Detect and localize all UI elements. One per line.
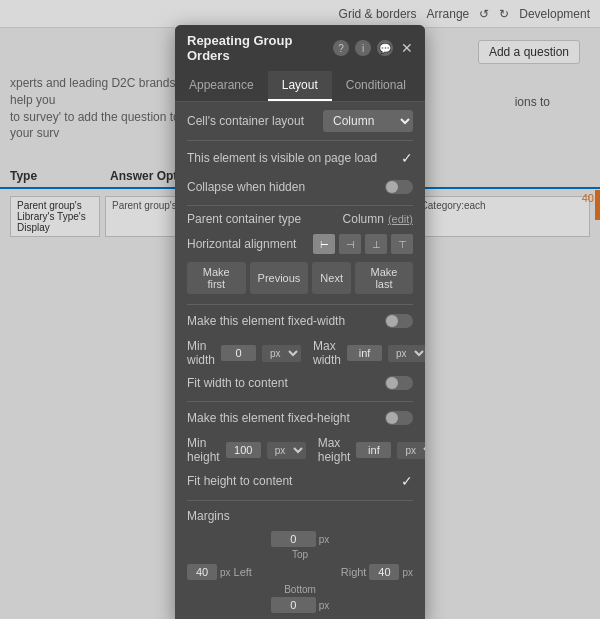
toggle-dot-fiw — [386, 377, 398, 389]
margin-bottom-group: Bottom px — [187, 584, 413, 613]
min-width-unit-select[interactable]: px — [262, 345, 301, 362]
margin-right-label: Right — [341, 566, 367, 578]
margins-label: Margins — [187, 509, 413, 523]
info-icon[interactable]: i — [355, 40, 371, 56]
fit-height-check[interactable]: ✓ — [401, 473, 413, 489]
help-icon[interactable]: ? — [333, 40, 349, 56]
close-button[interactable]: ✕ — [401, 40, 413, 56]
divider-4 — [187, 401, 413, 402]
margin-top-sublabel: Top — [292, 549, 308, 560]
margin-left-label: Left — [234, 566, 252, 578]
min-height-input[interactable] — [226, 442, 261, 458]
max-height-input[interactable] — [356, 442, 391, 458]
min-height-label: Min height — [187, 436, 220, 464]
align-right-button[interactable]: ⊥ — [365, 234, 387, 254]
min-max-width-row: Min width px Max width px — [187, 339, 413, 367]
margin-bottom-sublabel: Bottom — [284, 584, 316, 595]
fixed-width-toggle[interactable] — [385, 314, 413, 328]
min-width-label: Min width — [187, 339, 215, 367]
min-max-height-row: Min height px Max height px — [187, 436, 413, 464]
divider-1 — [187, 140, 413, 141]
divider-2 — [187, 205, 413, 206]
cell-container-row: Cell's container layout Column — [187, 110, 413, 132]
previous-button[interactable]: Previous — [250, 262, 309, 294]
fixed-height-toggle[interactable] — [385, 411, 413, 425]
fit-width-row: Fit width to content — [187, 373, 413, 393]
divider-5 — [187, 500, 413, 501]
max-width-unit-select[interactable]: px — [388, 345, 425, 362]
min-width-input[interactable] — [221, 345, 256, 361]
toggle-dot — [386, 181, 398, 193]
modal-header-icons: ? i 💬 ✕ — [333, 40, 413, 56]
max-width-input[interactable] — [347, 345, 382, 361]
fit-width-toggle[interactable] — [385, 376, 413, 390]
visible-on-load-label: This element is visible on page load — [187, 151, 377, 165]
divider-3 — [187, 304, 413, 305]
max-height-label: Max height — [318, 436, 351, 464]
margin-top-unit: px — [319, 534, 330, 545]
parent-container-value: Column — [343, 212, 384, 226]
tab-layout[interactable]: Layout — [268, 71, 332, 101]
visible-on-load-row: This element is visible on page load ✓ — [187, 147, 413, 169]
alignment-row: Horizontal alignment ⊢ ⊣ ⊥ ⊤ — [187, 234, 413, 254]
fit-height-label: Fit height to content — [187, 474, 292, 488]
visible-on-load-check[interactable]: ✓ — [401, 150, 413, 166]
modal-header: Repeating Group Orders ? i 💬 ✕ — [175, 25, 425, 71]
tab-appearance[interactable]: Appearance — [175, 71, 268, 101]
fixed-width-label: Make this element fixed-width — [187, 314, 345, 328]
margin-top-group: px Top — [187, 531, 413, 560]
collapse-row: Collapse when hidden — [187, 177, 413, 197]
margin-sides-row: px Left Right px — [187, 564, 413, 580]
modal-body: Cell's container layout Column This elem… — [175, 102, 425, 619]
align-left-button[interactable]: ⊢ — [313, 234, 335, 254]
collapse-label: Collapse when hidden — [187, 180, 305, 194]
toggle-dot-fw — [386, 315, 398, 327]
max-width-label: Max width — [313, 339, 341, 367]
fit-height-row: Fit height to content ✓ — [187, 470, 413, 492]
margin-bottom-unit: px — [319, 600, 330, 611]
margin-left-input[interactable] — [187, 564, 217, 580]
fixed-height-label: Make this element fixed-height — [187, 411, 350, 425]
cell-container-label: Cell's container layout — [187, 114, 317, 128]
cell-container-select[interactable]: Column — [323, 110, 413, 132]
toggle-dot-fh — [386, 412, 398, 424]
modal-title: Repeating Group Orders — [187, 33, 333, 63]
parent-container-row: Parent container type Column (edit) — [187, 212, 413, 226]
nav-buttons-row: Make first Previous Next Make last — [187, 262, 413, 294]
align-stretch-button[interactable]: ⊤ — [391, 234, 413, 254]
modal-tabs: Appearance Layout Conditional — [175, 71, 425, 102]
margin-top-input[interactable] — [271, 531, 316, 547]
tab-conditional[interactable]: Conditional — [332, 71, 420, 101]
margin-right-input[interactable] — [369, 564, 399, 580]
parent-container-label: Parent container type — [187, 212, 343, 226]
alignment-label: Horizontal alignment — [187, 237, 309, 251]
margin-right-group: Right px — [341, 564, 413, 580]
make-first-button[interactable]: Make first — [187, 262, 246, 294]
min-height-unit-select[interactable]: px — [267, 442, 306, 459]
fixed-width-row: Make this element fixed-width — [187, 311, 413, 331]
margin-left-group: px Left — [187, 564, 252, 580]
margins-section: Margins px Top px Left — [187, 509, 413, 613]
make-last-button[interactable]: Make last — [355, 262, 413, 294]
max-height-unit-select[interactable]: px — [397, 442, 425, 459]
modal-overlay: Repeating Group Orders ? i 💬 ✕ Appearanc… — [0, 0, 600, 619]
collapse-toggle[interactable] — [385, 180, 413, 194]
margin-bottom-input[interactable] — [271, 597, 316, 613]
margin-left-unit: px — [220, 567, 231, 578]
margin-right-unit: px — [402, 567, 413, 578]
fixed-height-row: Make this element fixed-height — [187, 408, 413, 428]
modal: Repeating Group Orders ? i 💬 ✕ Appearanc… — [175, 25, 425, 619]
next-button[interactable]: Next — [312, 262, 351, 294]
align-center-button[interactable]: ⊣ — [339, 234, 361, 254]
parent-container-edit[interactable]: (edit) — [388, 213, 413, 225]
fit-width-label: Fit width to content — [187, 376, 288, 390]
chat-icon[interactable]: 💬 — [377, 40, 393, 56]
